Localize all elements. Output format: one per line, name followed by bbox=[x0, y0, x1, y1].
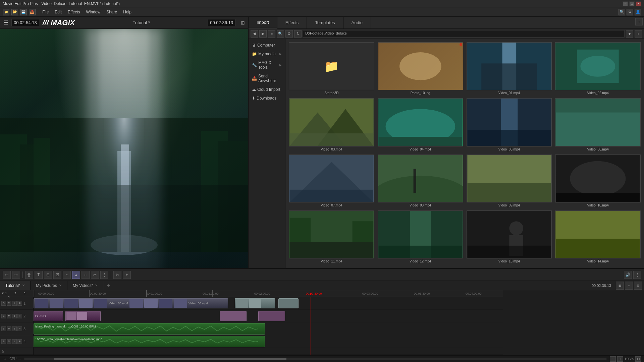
curve-button[interactable]: ~ bbox=[63, 271, 71, 279]
text-button[interactable]: T bbox=[35, 271, 43, 279]
purple-clip-3[interactable] bbox=[220, 311, 247, 321]
video-clip-1[interactable]: Video_06.mp4 Video_06.mp4 bbox=[34, 298, 228, 308]
path-dropdown[interactable]: ▼ bbox=[626, 30, 633, 38]
tl-tab-tutorial-close[interactable]: ✕ bbox=[22, 284, 25, 287]
media-item-photo10[interactable]: Photo_10.jpg bbox=[378, 42, 463, 95]
media-item-video09[interactable]: Video_09.mp4 bbox=[467, 155, 552, 207]
search-icon[interactable]: 🔍 bbox=[619, 9, 625, 15]
eq-btn-3[interactable]: ≡ bbox=[17, 326, 22, 331]
media-item-video02[interactable]: Video_02.mp4 bbox=[555, 42, 641, 95]
timeline-view-3[interactable]: ⊞ bbox=[634, 282, 642, 290]
delete-button[interactable]: 🗑 bbox=[25, 271, 33, 279]
redo-button[interactable]: ↪ bbox=[12, 271, 20, 279]
hamburger-button[interactable]: ☰ bbox=[3, 19, 8, 26]
volume-button[interactable]: 🔊 bbox=[624, 271, 632, 279]
eq-btn-2[interactable]: ≡ bbox=[17, 314, 22, 318]
media-item-stereo3d[interactable]: 📁 Stereo3D bbox=[289, 42, 374, 95]
m-btn-4[interactable]: M bbox=[7, 339, 11, 344]
forward-button[interactable]: ▶ bbox=[259, 30, 267, 38]
sidebar-item-downloads[interactable]: ⬇ Downloads bbox=[249, 94, 285, 103]
tl-tab-tutorial[interactable]: Tutorial* ✕ bbox=[0, 281, 31, 290]
eq-btn-1[interactable]: ≡ bbox=[17, 301, 22, 306]
media-item-video07[interactable]: Video_07.mp4 bbox=[289, 155, 374, 207]
media-item-video14[interactable]: Video_14.mp4 bbox=[555, 210, 641, 263]
select-button[interactable]: ▲ bbox=[72, 271, 80, 279]
sidebar-item-computer[interactable]: 🖥 Computer bbox=[249, 41, 285, 50]
menu-share[interactable]: Share bbox=[104, 9, 120, 15]
purple-clip-2[interactable] bbox=[65, 311, 101, 321]
view-list-button[interactable]: ≡ bbox=[268, 30, 275, 38]
media-item-video12[interactable]: Video_12.mp4 bbox=[378, 210, 463, 263]
split-button[interactable]: ✂ bbox=[91, 271, 99, 279]
vol-btn-1[interactable]: ↕ bbox=[12, 301, 17, 306]
s-btn-1[interactable]: S bbox=[1, 301, 6, 306]
timeline-view-2[interactable]: ≡ bbox=[625, 282, 633, 290]
video-clip-3[interactable] bbox=[278, 298, 299, 308]
account-icon[interactable]: 👤 bbox=[635, 9, 641, 15]
menu-window[interactable]: Window bbox=[84, 9, 103, 15]
zoom-out-button[interactable]: − bbox=[610, 356, 616, 362]
media-item-video03[interactable]: Video_03.mp4 bbox=[289, 98, 374, 151]
s-btn-2[interactable]: S bbox=[1, 314, 6, 318]
settings-media-button[interactable]: ⚙ bbox=[285, 30, 293, 38]
add-effect-button[interactable]: + bbox=[123, 271, 131, 279]
media-item-video05[interactable]: Video_05.mp4 bbox=[467, 98, 552, 151]
sidebar-item-send-anywhere[interactable]: 📤 Send Anywhere bbox=[249, 72, 285, 85]
sidebar-item-magix-tools[interactable]: 🔧 MAGIX Tools bbox=[249, 58, 285, 72]
timeline-tracks[interactable]: 00:00:00:00 00:00:30:00 00:01:00:00 00:0… bbox=[34, 290, 644, 355]
m-btn-3[interactable]: M bbox=[7, 326, 11, 331]
panel-add-button[interactable]: + bbox=[635, 18, 643, 25]
tab-effects[interactable]: Effects bbox=[277, 17, 307, 28]
more-tools[interactable]: ⋮ bbox=[100, 271, 108, 279]
group-button[interactable]: ⚄ bbox=[53, 271, 61, 279]
save-icon[interactable]: 💾 bbox=[20, 9, 27, 15]
timecode-left[interactable]: 00:02:54:13 bbox=[11, 19, 39, 26]
expand-timeline[interactable]: ⋮ bbox=[633, 271, 641, 279]
new-icon[interactable]: 📁 bbox=[3, 9, 9, 15]
tl-tab-pictures[interactable]: My Pictures ✕ bbox=[31, 281, 67, 290]
maximize-button[interactable]: □ bbox=[629, 1, 635, 6]
vol-btn-2[interactable]: ↕ bbox=[12, 314, 17, 318]
export-icon[interactable]: 📤 bbox=[29, 9, 36, 15]
s-btn-3[interactable]: S bbox=[1, 326, 6, 331]
m-btn-1[interactable]: M bbox=[7, 301, 11, 306]
undo-button[interactable]: ↩ bbox=[3, 271, 11, 279]
audio-clip-1[interactable]: Island Feeling_normal.mxcOGG 120.00 BPM bbox=[34, 323, 265, 335]
add-path-button[interactable]: + bbox=[635, 30, 642, 38]
media-item-video04[interactable]: Video_04.mp4 bbox=[378, 98, 463, 151]
media-item-video06[interactable]: Video_06.mp4 bbox=[555, 98, 641, 151]
menu-help[interactable]: Help bbox=[120, 9, 134, 15]
tl-tab-pictures-close[interactable]: ✕ bbox=[59, 284, 62, 287]
media-item-video10[interactable]: Video_10.mp4 bbox=[555, 155, 641, 207]
trim-button[interactable]: ↔ bbox=[82, 271, 90, 279]
tl-tab-videos[interactable]: My Videos* ✕ bbox=[67, 281, 103, 290]
audio-clip-2[interactable]: 160280_unfa_forest-ambient-with-a-birdso… bbox=[34, 336, 265, 347]
add-track-button[interactable]: + bbox=[3, 356, 7, 362]
purple-clip-4[interactable] bbox=[258, 311, 285, 321]
settings-icon[interactable]: ⚙ bbox=[627, 9, 633, 15]
snap-button[interactable]: ⊞ bbox=[44, 271, 52, 279]
menu-file[interactable]: File bbox=[40, 9, 51, 15]
timeline-view-1[interactable]: ▦ bbox=[616, 282, 624, 290]
media-item-video13[interactable]: Video_13.mp4 bbox=[467, 210, 552, 263]
s-btn-4[interactable]: S bbox=[1, 339, 6, 344]
sidebar-item-my-media[interactable]: 📁 My media bbox=[249, 50, 285, 58]
media-item-video01[interactable]: Video_01.mp4 bbox=[467, 42, 552, 95]
search-media-button[interactable]: 🔍 bbox=[277, 30, 284, 38]
purple-clip-1[interactable]: ISLAND... bbox=[34, 311, 63, 321]
video-clip-2[interactable] bbox=[235, 298, 275, 308]
tab-import[interactable]: Import bbox=[249, 17, 277, 28]
tab-templates[interactable]: Templates bbox=[307, 17, 343, 28]
close-button[interactable]: ✕ bbox=[636, 1, 641, 6]
m-btn-2[interactable]: M bbox=[7, 314, 11, 318]
vol-btn-3[interactable]: ↕ bbox=[12, 326, 17, 331]
timeline-scrollbar[interactable] bbox=[24, 358, 606, 360]
tl-tab-add[interactable]: + bbox=[103, 281, 113, 290]
zoom-in-button[interactable]: + bbox=[617, 356, 623, 362]
media-item-video11[interactable]: Video_11.mp4 bbox=[289, 210, 374, 263]
tl-tab-videos-close[interactable]: ✕ bbox=[95, 284, 98, 287]
fullscreen-button[interactable]: ⊞ bbox=[241, 20, 245, 25]
media-item-video08[interactable]: Video_08.mp4 bbox=[378, 155, 463, 207]
eq-btn-4[interactable]: ≡ bbox=[17, 339, 22, 344]
cut-button[interactable]: ✄ bbox=[113, 271, 121, 279]
